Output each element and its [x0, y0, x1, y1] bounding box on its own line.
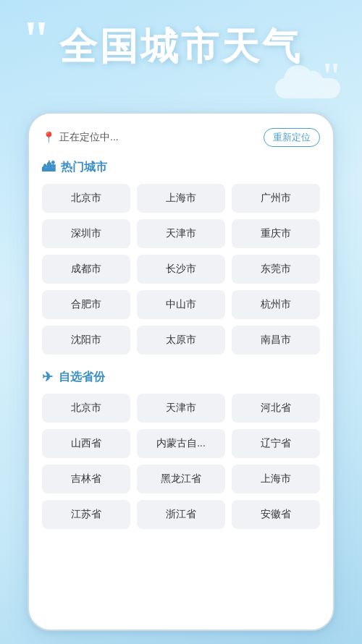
hot-city-button[interactable]: 重庆市: [232, 219, 320, 248]
location-bar: 📍 正在定位中... 重新定位: [42, 128, 320, 147]
relocate-button[interactable]: 重新定位: [264, 128, 320, 147]
province-button[interactable]: 上海市: [232, 465, 320, 493]
location-status-text: 正在定位中...: [59, 131, 119, 144]
hot-cities-header: 🏙 热门城市: [42, 160, 320, 175]
hot-city-button[interactable]: 天津市: [137, 219, 225, 248]
hot-city-button[interactable]: 深圳市: [42, 219, 130, 248]
page-title: 全国城市天气: [0, 22, 362, 72]
hot-cities-label: 热门城市: [61, 160, 107, 175]
provinces-header: ✈ 自选省份: [42, 369, 320, 385]
location-pin-icon: 📍: [42, 131, 56, 144]
provinces-grid: 北京市天津市河北省山西省内蒙古自...辽宁省吉林省黑龙江省上海市江苏省浙江省安徽…: [42, 394, 320, 529]
hot-city-button[interactable]: 太原市: [137, 326, 225, 355]
province-button[interactable]: 吉林省: [42, 465, 130, 493]
hot-city-button[interactable]: 广州市: [232, 184, 320, 213]
provinces-label: 自选省份: [59, 370, 105, 385]
province-button[interactable]: 浙江省: [137, 500, 225, 529]
phone-frame: 📍 正在定位中... 重新定位 🏙 热门城市 北京市上海市广州市深圳市天津市重庆…: [28, 112, 334, 631]
province-button[interactable]: 辽宁省: [232, 429, 320, 458]
hot-cities-grid: 北京市上海市广州市深圳市天津市重庆市成都市长沙市东莞市合肥市中山市杭州市沈阳市太…: [42, 184, 320, 355]
province-button[interactable]: 河北省: [232, 394, 320, 423]
provinces-icon: ✈: [42, 369, 53, 385]
province-button[interactable]: 内蒙古自...: [137, 429, 225, 458]
location-status: 📍 正在定位中...: [42, 131, 119, 144]
hot-city-button[interactable]: 南昌市: [232, 326, 320, 355]
phone-content: 📍 正在定位中... 重新定位 🏙 热门城市 北京市上海市广州市深圳市天津市重庆…: [29, 114, 333, 630]
hot-city-button[interactable]: 北京市: [42, 184, 130, 213]
hot-city-button[interactable]: 长沙市: [137, 255, 225, 284]
hot-city-button[interactable]: 上海市: [137, 184, 225, 213]
hot-city-button[interactable]: 杭州市: [232, 290, 320, 319]
hot-city-button[interactable]: 沈阳市: [42, 326, 130, 355]
hot-city-button[interactable]: 成都市: [42, 255, 130, 284]
hot-cities-icon: 🏙: [42, 160, 55, 175]
province-button[interactable]: 黑龙江省: [137, 465, 225, 493]
hot-city-button[interactable]: 中山市: [137, 290, 225, 319]
hot-city-button[interactable]: 东莞市: [232, 255, 320, 284]
province-button[interactable]: 北京市: [42, 394, 130, 423]
province-button[interactable]: 江苏省: [42, 500, 130, 529]
hot-city-button[interactable]: 合肥市: [42, 290, 130, 319]
province-button[interactable]: 安徽省: [232, 500, 320, 529]
province-button[interactable]: 山西省: [42, 429, 130, 458]
province-button[interactable]: 天津市: [137, 394, 225, 423]
cloud-decoration: [275, 78, 340, 98]
